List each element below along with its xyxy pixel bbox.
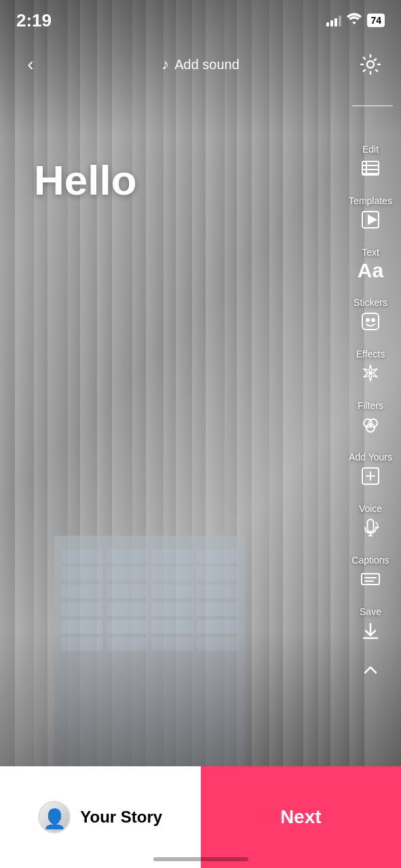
save-label: Save [360, 606, 381, 617]
home-indicator [153, 857, 248, 861]
svg-point-13 [369, 419, 377, 427]
tool-edit[interactable]: Edit [340, 136, 401, 187]
status-icons: 74 [326, 13, 385, 28]
stickers-icon [360, 311, 381, 332]
svg-rect-8 [362, 313, 379, 330]
filters-icon [360, 414, 381, 435]
svg-point-10 [372, 319, 375, 321]
chevron-up-icon [360, 659, 381, 681]
voice-label: Voice [359, 503, 382, 514]
tool-add-yours[interactable]: Add Yours [340, 443, 401, 495]
tool-captions[interactable]: Captions [340, 547, 401, 598]
settings-button[interactable] [354, 47, 387, 81]
signal-bars-icon [326, 14, 341, 26]
tool-templates[interactable]: Templates [340, 187, 401, 239]
add-yours-icon [360, 465, 381, 487]
svg-rect-19 [362, 574, 379, 585]
add-sound-button[interactable]: ♪ Add sound [161, 56, 240, 73]
templates-label: Templates [349, 195, 392, 206]
tool-filters[interactable]: Filters [340, 392, 401, 443]
voice-icon [360, 517, 381, 538]
bottom-bar: 👤 Your Story Next [0, 766, 401, 868]
main-text: Hello [34, 156, 137, 204]
next-label: Next [280, 806, 322, 828]
add-sound-label: Add sound [174, 57, 240, 73]
back-button[interactable]: ‹ [14, 47, 47, 81]
tool-voice[interactable]: Voice [340, 495, 401, 547]
add-yours-label: Add Yours [349, 452, 392, 462]
stickers-label: Stickers [354, 297, 387, 308]
your-story-button[interactable]: 👤 Your Story [0, 766, 201, 868]
edit-icon [360, 157, 381, 179]
svg-marker-7 [368, 216, 376, 224]
text-icon: Aa [358, 260, 383, 281]
save-icon [360, 620, 381, 642]
status-time: 2:19 [16, 10, 52, 31]
collapse-button[interactable] [340, 650, 401, 690]
svg-point-14 [366, 424, 375, 432]
effects-icon [360, 362, 381, 384]
svg-point-9 [366, 319, 369, 321]
effects-label: Effects [356, 349, 385, 359]
right-tools: Edit Templates Text Aa Stickers E [340, 136, 401, 690]
battery-icon: 74 [367, 14, 385, 27]
tool-text[interactable]: Text Aa [340, 239, 401, 289]
top-bar: ‹ ♪ Add sound [0, 41, 401, 88]
avatar-image: 👤 [43, 810, 66, 829]
next-button[interactable]: Next [201, 766, 402, 868]
top-divider [352, 105, 393, 106]
tool-effects[interactable]: Effects [340, 340, 401, 392]
filters-label: Filters [358, 400, 383, 411]
story-avatar: 👤 [38, 801, 71, 833]
edit-label: Edit [362, 144, 379, 155]
your-story-label: Your Story [80, 808, 162, 827]
status-bar: 2:19 74 [0, 0, 401, 41]
wifi-icon [347, 13, 362, 28]
captions-label: Captions [351, 555, 389, 566]
tool-save[interactable]: Save [340, 598, 401, 650]
templates-icon [360, 209, 381, 231]
back-chevron-icon: ‹ [27, 54, 33, 75]
tool-stickers[interactable]: Stickers [340, 289, 401, 340]
gear-icon [358, 52, 383, 77]
music-note-icon: ♪ [161, 56, 169, 73]
svg-point-0 [367, 61, 374, 68]
captions-icon [360, 568, 381, 590]
text-label: Text [362, 247, 379, 258]
svg-point-11 [369, 372, 372, 374]
